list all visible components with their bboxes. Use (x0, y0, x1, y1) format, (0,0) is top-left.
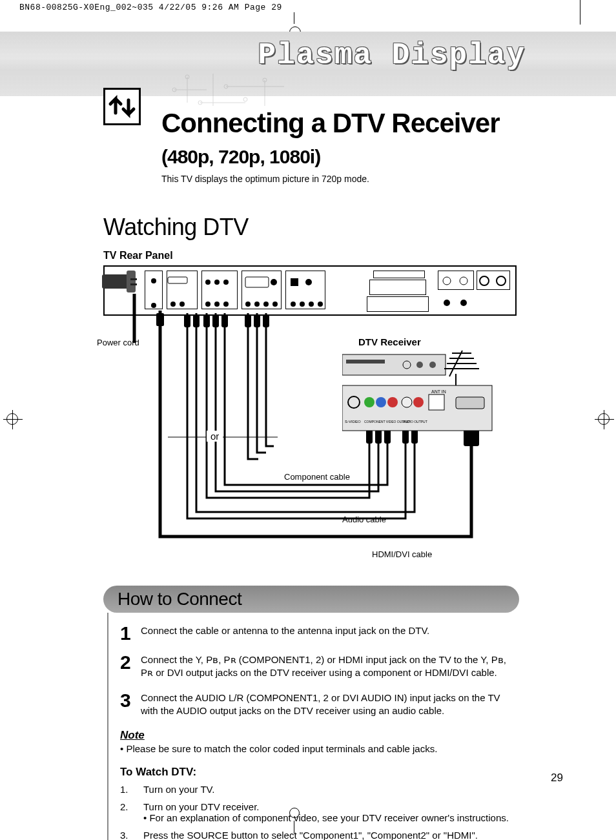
svg-rect-42 (221, 314, 228, 327)
note-body: • Please be sure to match the color code… (120, 743, 519, 754)
watch-item-1: 1. Turn on your TV. (120, 784, 519, 795)
step-number: 2 (120, 653, 132, 680)
svg-rect-40 (203, 314, 210, 327)
dtv-receiver-label: DTV Receiver (358, 336, 421, 347)
dtv-receiver-diagram: ANT IN S-VIDEO COMPONENT VIDEO OUTPUT AU… (342, 347, 497, 482)
list-text: Press the SOURCE button to select "Compo… (143, 830, 478, 840)
to-watch-heading: To Watch DTV: (120, 766, 519, 779)
page-title: Connecting a DTV Receiver (480p, 720p, 1… (161, 108, 519, 170)
list-number: 2. (120, 801, 143, 823)
list-text: Turn on your TV. (143, 784, 214, 795)
svg-point-62 (376, 397, 386, 407)
component-cable-label: Component cable (284, 472, 350, 482)
step-text: Connect the AUDIO L/R (COMPONENT1, 2 or … (141, 691, 519, 718)
registration-mark-left (6, 413, 18, 425)
title-resolutions: (480p, 720p, 1080i) (161, 146, 320, 167)
section-heading: Watching DTV (103, 214, 519, 241)
watch-item-2: 2. Turn on your DTV receiver. • For an e… (120, 801, 519, 823)
watch-item-3: 3. Press the SOURCE button to select "Co… (120, 830, 519, 840)
svg-rect-68 (456, 397, 484, 409)
svg-point-63 (387, 397, 398, 407)
svg-text:AUDIO OUTPUT: AUDIO OUTPUT (403, 420, 427, 424)
step-text: Connect the Y, Pʙ, Pʀ (COMPONENT1, 2) or… (141, 653, 519, 680)
list-number: 1. (120, 784, 143, 795)
list-number: 3. (120, 830, 143, 840)
svg-point-64 (402, 397, 412, 407)
svg-rect-39 (156, 313, 164, 326)
svg-rect-41 (212, 314, 219, 327)
audio-cable-label: Audio cable (342, 515, 386, 524)
title-subnote: This TV displays the optimum picture in … (161, 174, 519, 184)
circuit-decor (168, 67, 310, 112)
step-number: 3 (120, 691, 132, 718)
step-3: 3 Connect the AUDIO L/R (COMPONENT1, 2 o… (120, 691, 519, 718)
svg-rect-46 (184, 314, 190, 327)
registration-mark-right (598, 413, 610, 425)
svg-rect-66 (429, 394, 444, 410)
power-cord-label: Power cord (97, 338, 139, 347)
wiring-diagram: Power cord or DTV Receiver (103, 265, 517, 569)
how-to-connect-title: How to Connect (118, 589, 241, 610)
svg-rect-55 (346, 360, 385, 364)
svg-point-4 (243, 97, 247, 101)
crop-mark-top (0, 12, 616, 32)
list-text: Turn on your DTV receiver. • For an expl… (143, 801, 509, 823)
crop-circle-bottom (289, 808, 300, 818)
svg-point-61 (364, 397, 375, 407)
rear-panel-label: TV Rear Panel (103, 250, 519, 261)
step-2: 2 Connect the Y, Pʙ, Pʀ (COMPONENT1, 2) … (120, 653, 519, 680)
how-to-connect-bar: How to Connect (103, 586, 519, 613)
title-main: Connecting a DTV Receiver (161, 108, 499, 138)
step-text: Connect the cable or antenna to the ante… (141, 624, 429, 642)
svg-point-58 (429, 362, 436, 368)
to-watch-list: 1. Turn on your TV. 2. Turn on your DTV … (120, 784, 519, 840)
crop-mark-bottom (294, 821, 294, 834)
svg-rect-45 (263, 314, 269, 327)
svg-text:S-VIDEO: S-VIDEO (345, 420, 361, 424)
svg-point-65 (413, 397, 424, 407)
svg-rect-47 (193, 314, 200, 327)
svg-point-57 (416, 362, 423, 368)
svg-text:ANT IN: ANT IN (431, 389, 446, 394)
steps-container: 1 Connect the cable or antenna to the an… (107, 613, 519, 840)
svg-rect-44 (254, 314, 260, 327)
print-meta-line: BN68-00825G-X0Eng_002~035 4/22/05 9:26 A… (0, 0, 616, 12)
step-1: 1 Connect the cable or antenna to the an… (120, 624, 519, 642)
note-heading: Note (120, 729, 519, 742)
or-label: or (207, 431, 223, 442)
page-number: 29 (551, 772, 563, 784)
svg-rect-43 (245, 314, 251, 327)
step-number: 1 (120, 624, 132, 642)
plasma-display-title: Plasma Display (258, 39, 526, 72)
hdmi-cable-label: HDMI/DVI cable (372, 549, 432, 559)
